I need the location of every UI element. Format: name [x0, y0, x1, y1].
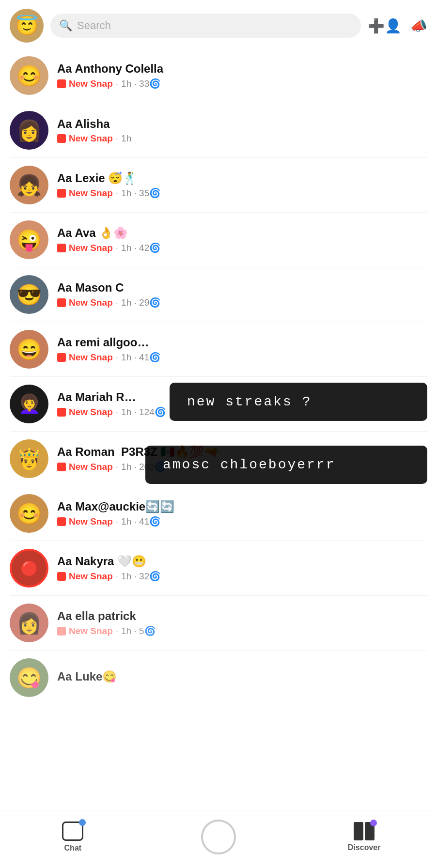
list-item[interactable]: 👩 Aa Alisha New Snap · 1h: [0, 103, 437, 157]
list-item[interactable]: 😄 Aa remi allgoo… New Snap · 1h · 41🌀: [0, 322, 437, 376]
snap-indicator: [57, 408, 66, 417]
list-item[interactable]: 👧 Aa Lexie 😴🕺 New Snap · 1h · 35🌀: [0, 158, 437, 212]
new-snap-label: New Snap: [69, 352, 113, 363]
snap-indicator: [57, 244, 66, 252]
snap-indicator: [57, 517, 66, 526]
friend-status: New Snap · 1h · 41🌀: [57, 352, 427, 363]
new-snap-label: New Snap: [69, 462, 113, 472]
friend-name: Aa Lexie 😴🕺: [57, 171, 427, 185]
search-icon: 🔍: [59, 19, 72, 32]
avatar: 🤴: [10, 439, 48, 478]
avatar: 😋: [10, 658, 48, 697]
list-item[interactable]: 👩‍🦱 Aa Mariah R… New Snap · 1h · 124🌀: [0, 377, 437, 431]
new-snap-label: New Snap: [69, 133, 113, 144]
friend-status: New Snap · 1h · 124🌀: [57, 406, 427, 418]
avatar: 👧: [10, 166, 48, 204]
header: 😇 🔍 Search ➕👤 📣: [0, 0, 437, 48]
megaphone-icon[interactable]: 📣: [410, 18, 427, 34]
friend-status: New Snap · 1h · 29🌀: [57, 297, 427, 308]
nav-discover[interactable]: Discover: [345, 822, 384, 852]
new-snap-label: New Snap: [69, 243, 113, 253]
friend-name: Aa Luke😋: [57, 670, 427, 683]
friend-info: Aa Anthony Colella New Snap · 1h · 33🌀: [57, 62, 427, 89]
new-snap-label: New Snap: [69, 516, 113, 527]
friend-info: Aa Ava 👌🌸 New Snap · 1h · 42🌀: [57, 226, 427, 253]
friend-info: Aa Mariah R… New Snap · 1h · 124🌀: [57, 390, 427, 418]
avatar: 😎: [10, 275, 48, 314]
avatar: 👩‍🦱: [10, 385, 48, 423]
friend-info: Aa remi allgoo… New Snap · 1h · 41🌀: [57, 336, 427, 363]
friend-status: New Snap · 1h · 42🌀: [57, 242, 427, 253]
friend-name: Aa Roman_P3R3Z 🇲🇽🔥💯🔫: [57, 445, 427, 459]
friend-info: Aa Mason C New Snap · 1h · 29🌀: [57, 281, 427, 308]
self-avatar[interactable]: 😇: [10, 9, 44, 43]
friend-status: New Snap · 1h · 41🌀: [57, 516, 427, 527]
nav-chat[interactable]: Chat: [53, 822, 92, 852]
friend-status: New Snap · 1h: [57, 133, 427, 144]
avatar: 😊: [10, 494, 48, 533]
friend-name: Aa Anthony Colella: [57, 62, 427, 76]
friend-info: Aa Lexie 😴🕺 New Snap · 1h · 35🌀: [57, 171, 427, 199]
friend-info: Aa Nakyra 🤍😬 New Snap · 1h · 32🌀: [57, 555, 427, 582]
avatar: 👩: [10, 604, 48, 642]
list-item[interactable]: 😋 Aa Luke😋: [0, 651, 437, 705]
friend-info: Aa ella patrick New Snap · 1h · 5🌀: [57, 609, 427, 636]
friend-status: New Snap · 1h · 5🌀: [57, 625, 427, 636]
avatar: 🔴: [10, 549, 48, 588]
bottom-nav: Chat Discover: [0, 810, 437, 868]
friend-info: Aa Luke😋: [57, 670, 427, 686]
new-snap-label: New Snap: [69, 188, 113, 199]
snap-indicator: [57, 189, 66, 198]
nav-camera[interactable]: [199, 820, 238, 854]
snap-indicator: [57, 572, 66, 581]
friend-info: Aa Alisha New Snap · 1h: [57, 117, 427, 144]
friend-status: New Snap · 1h · 33🌀: [57, 78, 427, 89]
add-friend-icon[interactable]: ➕👤: [368, 18, 402, 34]
friend-name: Aa Nakyra 🤍😬: [57, 555, 427, 568]
avatar: 👩: [10, 111, 48, 150]
new-snap-label: New Snap: [69, 571, 113, 582]
list-item[interactable]: 😜 Aa Ava 👌🌸 New Snap · 1h · 42🌀: [0, 213, 437, 267]
friend-status: New Snap · 1h · 32🌀: [57, 571, 427, 582]
snap-indicator: [57, 627, 66, 636]
new-snap-label: New Snap: [69, 78, 113, 89]
new-snap-label: New Snap: [69, 297, 113, 308]
list-item[interactable]: 🤴 Aa Roman_P3R3Z 🇲🇽🔥💯🔫 New Snap · 1h · 2…: [0, 432, 437, 486]
new-snap-label: New Snap: [69, 407, 113, 418]
header-icons: ➕👤 📣: [368, 18, 427, 34]
friend-name: Aa ella patrick: [57, 609, 427, 623]
search-bar[interactable]: 🔍 Search: [50, 14, 361, 38]
friend-name: Aa Max@auckie🔄🔄: [57, 500, 427, 513]
snap-indicator: [57, 298, 66, 307]
friend-name: Aa Ava 👌🌸: [57, 226, 427, 240]
friend-info: Aa Roman_P3R3Z 🇲🇽🔥💯🔫 New Snap · 1h · 202…: [57, 445, 427, 472]
list-item[interactable]: 🔴 Aa Nakyra 🤍😬 New Snap · 1h · 32🌀: [0, 541, 437, 595]
friend-status: New Snap · 1h · 202🌀: [57, 461, 427, 472]
avatar: 😄: [10, 330, 48, 369]
avatar: 😊: [10, 56, 48, 95]
friend-info: Aa Max@auckie🔄🔄 New Snap · 1h · 41🌀: [57, 500, 427, 527]
list-item[interactable]: 😊 Aa Max@auckie🔄🔄 New Snap · 1h · 41🌀: [0, 486, 437, 541]
avatar: 😜: [10, 220, 48, 259]
friend-name: Aa Alisha: [57, 117, 427, 131]
snap-indicator: [57, 463, 66, 471]
friend-name: Aa Mason C: [57, 281, 427, 294]
snap-indicator: [57, 353, 66, 362]
search-placeholder: Search: [77, 19, 111, 32]
friend-name: Aa Mariah R…: [57, 390, 427, 404]
friend-name: Aa remi allgoo…: [57, 336, 427, 349]
nav-chat-label: Chat: [64, 844, 82, 852]
list-item[interactable]: 😎 Aa Mason C New Snap · 1h · 29🌀: [0, 267, 437, 322]
friend-list: 😊 Aa Anthony Colella New Snap · 1h · 33🌀…: [0, 48, 437, 763]
list-item[interactable]: 👩 Aa ella patrick New Snap · 1h · 5🌀: [0, 596, 437, 650]
friend-status: New Snap · 1h · 35🌀: [57, 187, 427, 199]
snap-indicator: [57, 79, 66, 88]
list-item[interactable]: 😊 Aa Anthony Colella New Snap · 1h · 33🌀: [0, 48, 437, 103]
snap-indicator: [57, 134, 66, 143]
new-snap-label: New Snap: [69, 626, 113, 636]
nav-discover-label: Discover: [348, 843, 381, 852]
